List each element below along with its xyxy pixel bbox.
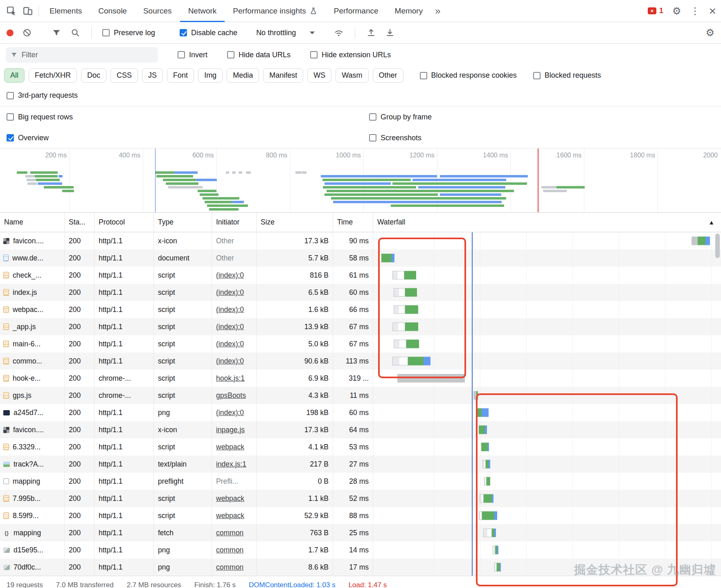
col-initiator[interactable]: Initiator (212, 213, 257, 232)
overview-timeline[interactable]: 200 ms400 ms600 ms800 ms1000 ms1200 ms14… (0, 148, 721, 213)
filter-chip-ws[interactable]: WS (307, 68, 331, 83)
settings-gear-icon[interactable]: ⚙ (672, 6, 681, 16)
col-status[interactable]: Sta... (65, 213, 95, 232)
sort-ascending-icon[interactable]: ▲ (708, 219, 714, 226)
filter-chip-wasm[interactable]: Wasm (336, 68, 368, 83)
table-row[interactable]: 7.995b... 200 http/1.1 script webpack 1.… (0, 490, 721, 507)
request-name-cell[interactable]: check_... (0, 267, 65, 284)
initiator-link[interactable]: webpack (216, 494, 244, 503)
request-name-cell[interactable]: favicon.... (0, 421, 65, 438)
request-name-cell[interactable]: webpac... (0, 301, 65, 318)
col-type[interactable]: Type (154, 213, 212, 232)
request-name-cell[interactable]: favicon.... (0, 232, 65, 249)
table-row[interactable]: hook-e... 200 chrome-... script hook.js:… (0, 370, 721, 387)
disable-cache-checkbox[interactable]: Disable cache (180, 29, 237, 37)
initiator-link[interactable]: gpsBoots (216, 391, 246, 400)
table-row[interactable]: a245d7... 200 http/1.1 png (index):0 198… (0, 404, 721, 421)
scrollbar-thumb[interactable] (715, 233, 720, 258)
initiator-link[interactable]: common (216, 563, 243, 572)
third-party-checkbox[interactable]: 3rd-party requests (7, 91, 78, 100)
filter-chip-js[interactable]: JS (142, 68, 163, 83)
throttling-select[interactable]: No throttling (256, 29, 315, 37)
group-by-frame-checkbox[interactable]: Group by frame (369, 113, 432, 121)
initiator-link[interactable]: (index):0 (216, 305, 244, 314)
filter-chip-all[interactable]: All (4, 68, 25, 83)
table-row[interactable]: commo... 200 http/1.1 script (index):0 9… (0, 352, 721, 370)
col-protocol[interactable]: Protocol (95, 213, 154, 232)
table-row[interactable]: www.de... 200 http/1.1 document Other 5.… (0, 249, 721, 267)
export-har-icon[interactable] (385, 27, 395, 38)
network-conditions-icon[interactable] (333, 27, 344, 38)
filter-input[interactable] (22, 51, 153, 59)
request-name-cell[interactable]: index.js (0, 284, 65, 301)
inspect-element-icon[interactable] (3, 0, 20, 22)
initiator-link[interactable]: inpage.js (216, 426, 245, 434)
request-name-cell[interactable]: a245d7... (0, 404, 65, 421)
tab-network[interactable]: Network (180, 0, 225, 22)
hide-extension-urls-checkbox[interactable]: Hide extension URLs (310, 51, 391, 59)
tab-elements[interactable]: Elements (41, 0, 90, 22)
request-name-cell[interactable]: 70df0c... (0, 559, 65, 576)
blocked-requests-checkbox[interactable]: Blocked requests (533, 71, 601, 80)
initiator-link[interactable]: (index):0 (216, 323, 244, 331)
filter-chip-other[interactable]: Other (373, 68, 403, 83)
initiator-link[interactable]: (index):0 (216, 340, 244, 348)
hide-data-urls-checkbox[interactable]: Hide data URLs (227, 51, 291, 59)
request-name-cell[interactable]: track?A... (0, 456, 65, 473)
request-name-cell[interactable]: hook-e... (0, 370, 65, 387)
request-name-cell[interactable]: www.de... (0, 249, 65, 267)
request-name-cell[interactable]: _app.js (0, 318, 65, 335)
clear-icon[interactable] (22, 27, 32, 38)
invert-checkbox[interactable]: Invert (178, 51, 207, 59)
table-row[interactable]: d15e95... 200 http/1.1 png common 1.7 kB… (0, 541, 721, 559)
initiator-link[interactable]: (index):0 (216, 288, 244, 297)
network-settings-gear-icon[interactable]: ⚙ (705, 28, 714, 38)
more-tabs-icon[interactable]: » (431, 0, 444, 22)
close-icon[interactable]: × (709, 5, 716, 17)
table-row[interactable]: webpac... 200 http/1.1 script (index):0 … (0, 301, 721, 318)
request-name-cell[interactable]: d15e95... (0, 541, 65, 559)
device-toolbar-icon[interactable] (20, 0, 36, 22)
request-name-cell[interactable]: mapping (0, 473, 65, 490)
table-row[interactable]: track?A... 200 http/1.1 text/plain index… (0, 456, 721, 473)
initiator-link[interactable]: common (216, 529, 243, 537)
table-row[interactable]: favicon.... 200 http/1.1 x-icon inpage.j… (0, 421, 721, 438)
table-row[interactable]: main-6... 200 http/1.1 script (index):0 … (0, 335, 721, 352)
import-har-icon[interactable] (366, 27, 376, 38)
filter-chip-media[interactable]: Media (227, 68, 259, 83)
request-name-cell[interactable]: main-6... (0, 335, 65, 352)
col-name[interactable]: Name (0, 213, 65, 232)
blocked-cookies-checkbox[interactable]: Blocked response cookies (420, 71, 517, 80)
initiator-link[interactable]: webpack (216, 512, 244, 520)
initiator-link[interactable]: (index):0 (216, 357, 244, 366)
filter-chip-font[interactable]: Font (167, 68, 194, 83)
initiator-link[interactable]: (index):0 (216, 408, 244, 417)
table-row[interactable]: mapping 200 http/1.1 fetch common 763 B … (0, 524, 721, 541)
request-name-cell[interactable]: mapping (0, 524, 65, 541)
table-row[interactable]: 8.59f9... 200 http/1.1 script webpack 52… (0, 507, 721, 524)
filter-chip-img[interactable]: Img (198, 68, 223, 83)
screenshots-checkbox[interactable]: Screenshots (369, 134, 421, 142)
filter-funnel-icon[interactable] (51, 27, 62, 38)
filter-chip-manifest[interactable]: Manifest (263, 68, 303, 83)
big-request-rows-checkbox[interactable]: Big request rows (7, 113, 73, 121)
filter-input-box[interactable] (6, 47, 158, 63)
kebab-menu-icon[interactable]: ⋮ (690, 6, 700, 16)
table-row[interactable]: gps.js 200 chrome-... script gpsBoots 4.… (0, 387, 721, 404)
tab-performance[interactable]: Performance (326, 0, 387, 22)
filter-chip-doc[interactable]: Doc (81, 68, 106, 83)
request-name-cell[interactable]: commo... (0, 352, 65, 370)
filter-chip-fetch-xhr[interactable]: Fetch/XHR (29, 68, 77, 83)
tab-memory[interactable]: Memory (387, 0, 431, 22)
request-name-cell[interactable]: 6.3329... (0, 438, 65, 456)
overview-checkbox[interactable]: Overview (7, 134, 49, 142)
error-badge[interactable]: × 1 (648, 7, 663, 15)
col-waterfall[interactable]: Waterfall ▲ (373, 213, 721, 232)
initiator-link[interactable]: hook.js:1 (216, 374, 245, 383)
initiator-link[interactable]: index.js:1 (216, 460, 246, 469)
initiator-link[interactable]: (index):0 (216, 271, 244, 280)
filter-chip-css[interactable]: CSS (110, 68, 138, 83)
preserve-log-checkbox[interactable]: Preserve log (102, 29, 155, 37)
tab-sources[interactable]: Sources (135, 0, 180, 22)
initiator-link[interactable]: webpack (216, 443, 244, 451)
